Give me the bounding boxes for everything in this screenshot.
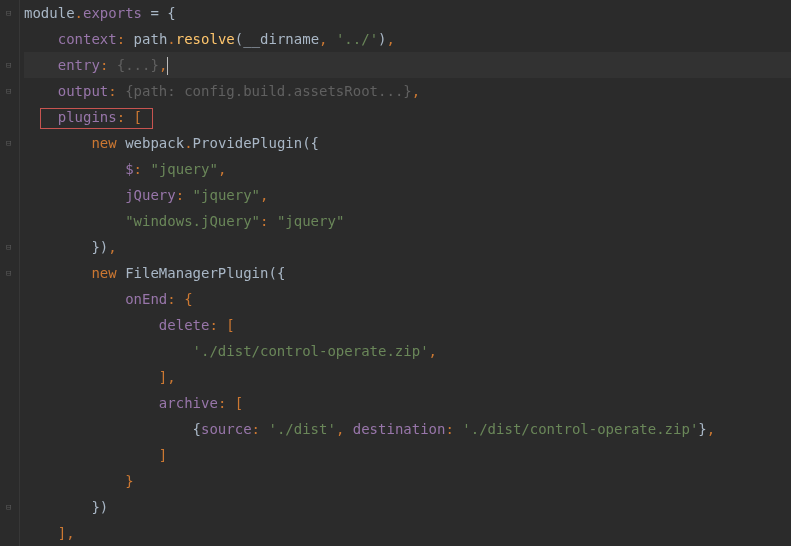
code-line[interactable]: }) [24, 494, 791, 520]
fold-toggle-icon[interactable]: ⊟ [6, 139, 14, 147]
code-line[interactable]: plugins: [ [24, 104, 791, 130]
code-line[interactable]: jQuery: "jquery", [24, 182, 791, 208]
code-line[interactable]: ] [24, 442, 791, 468]
fold-toggle-icon[interactable]: ⊟ [6, 87, 14, 95]
code-line[interactable]: } [24, 468, 791, 494]
code-line[interactable]: onEnd: { [24, 286, 791, 312]
code-line[interactable]: new webpack.ProvidePlugin({ [24, 130, 791, 156]
code-line[interactable]: module.exports = { [24, 0, 791, 26]
fold-toggle-icon[interactable]: ⊟ [6, 61, 14, 69]
editor-gutter: ⊟⊟⊟⊟⊟⊟⊟ [0, 0, 20, 546]
code-line[interactable]: archive: [ [24, 390, 791, 416]
code-line[interactable]: ], [24, 364, 791, 390]
fold-toggle-icon[interactable]: ⊟ [6, 503, 14, 511]
code-line[interactable]: }), [24, 234, 791, 260]
code-line[interactable]: delete: [ [24, 312, 791, 338]
fold-toggle-icon[interactable]: ⊟ [6, 9, 14, 17]
code-editor[interactable]: module.exports = { context: path.resolve… [20, 0, 791, 546]
gutter-marks: ⊟⊟⊟⊟⊟⊟⊟ [0, 0, 19, 546]
code-line[interactable]: "windows.jQuery": "jquery" [24, 208, 791, 234]
fold-toggle-icon[interactable]: ⊟ [6, 243, 14, 251]
code-line[interactable]: $: "jquery", [24, 156, 791, 182]
code-line[interactable]: './dist/control-operate.zip', [24, 338, 791, 364]
code-line[interactable]: ], [24, 520, 791, 546]
code-line[interactable]: output: {path: config.build.assetsRoot..… [24, 78, 791, 104]
text-cursor [167, 57, 168, 75]
code-line[interactable]: entry: {...}, [24, 52, 791, 78]
code-line[interactable]: {source: './dist', destination: './dist/… [24, 416, 791, 442]
code-line[interactable]: new FileManagerPlugin({ [24, 260, 791, 286]
fold-toggle-icon[interactable]: ⊟ [6, 269, 14, 277]
code-line[interactable]: context: path.resolve(__dirname, '../'), [24, 26, 791, 52]
